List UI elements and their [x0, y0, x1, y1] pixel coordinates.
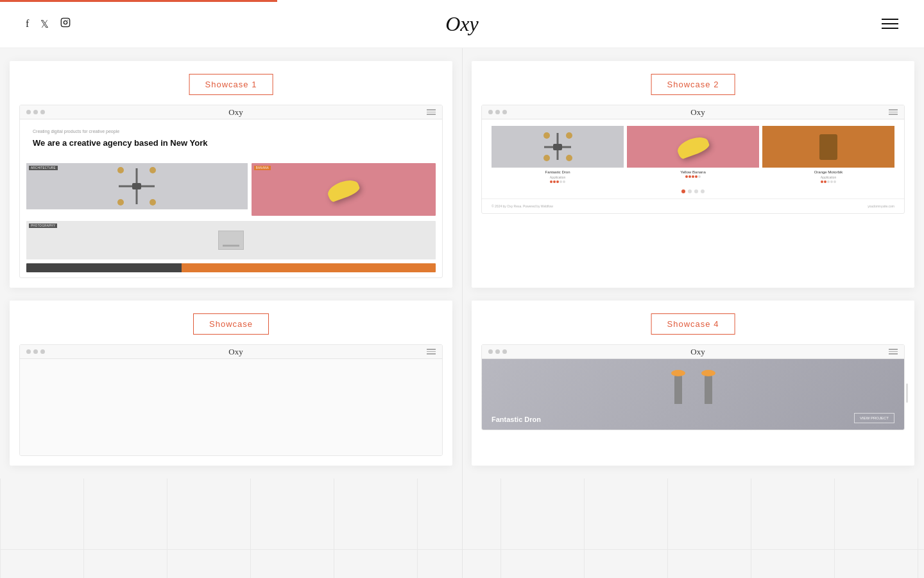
sc4-lamp-right — [705, 375, 712, 404]
star-b-3 — [692, 175, 694, 178]
sc1-banana-image — [252, 163, 436, 216]
browser-logo-2: Oxy — [690, 107, 705, 118]
browser-dot-10 — [488, 349, 493, 354]
sc2-drone-image — [492, 126, 624, 168]
browser-bar-1: Oxy — [20, 105, 442, 119]
browser-dot-7 — [26, 349, 31, 354]
svg-point-2 — [67, 20, 68, 21]
menu-line — [889, 349, 898, 350]
star-2 — [553, 180, 556, 183]
browser-menu-3 — [427, 349, 436, 355]
loading-bar — [0, 0, 277, 2]
page-dot-4[interactable] — [701, 189, 705, 193]
sc1-banana-box: BANANA — [252, 163, 436, 216]
sc2-banana-title: Yellow Banana — [627, 170, 759, 174]
browser-dot-4 — [488, 110, 493, 114]
sc1-headline: We are a creative agency based in New Yo… — [33, 137, 429, 149]
sc2-robot-img-container — [762, 126, 894, 168]
showcase-4-browser: Oxy Fantastic Dron VIEW PROJECT — [481, 344, 905, 430]
showcase-2-badge[interactable]: Showcase 2 — [651, 74, 735, 95]
drone-prop-tl — [117, 167, 124, 173]
sc1-two-col: ARCHITECTURE — [26, 163, 436, 216]
sc1-drone-box: ARCHITECTURE — [26, 163, 248, 209]
sc1-bottom-bar — [26, 263, 436, 272]
star-3 — [556, 180, 559, 183]
menu-line — [427, 112, 436, 113]
browser-dot-12 — [502, 349, 507, 354]
browser-dot-9 — [40, 349, 45, 354]
showcase-1-badge[interactable]: Showcase 1 — [189, 74, 273, 95]
sc2-robot-title: Orange Motorbik — [762, 170, 894, 174]
star-b-5 — [698, 175, 701, 178]
star-r-3 — [827, 180, 830, 183]
site-logo: Oxy — [445, 12, 479, 36]
sc2-robot-image — [762, 126, 894, 168]
menu-line — [427, 351, 436, 353]
sc2-footer-link: youdomnysite.com — [868, 204, 894, 208]
sc2-portfolio-item-drone: Fantastic Dron Application — [492, 126, 624, 183]
sc2-portfolio-item-robot: Orange Motorbik Application — [762, 126, 894, 183]
sc1-col-right: BANANA — [252, 163, 436, 216]
sc2-portfolio-grid: Fantastic Dron Application — [492, 126, 894, 183]
browser-bar-2: Oxy — [482, 105, 904, 119]
page-dot-2[interactable] — [688, 189, 692, 193]
sc4-lamp-shapes — [674, 375, 712, 414]
browser-dot-8 — [33, 349, 38, 354]
browser-logo-3: Oxy — [228, 347, 243, 357]
sc2-drone-stars — [492, 180, 624, 183]
showcase-3-browser: Oxy — [19, 344, 443, 456]
browser-logo-1: Oxy — [228, 107, 243, 118]
page-dot-1[interactable] — [681, 189, 685, 193]
browser-dot-2 — [33, 110, 38, 114]
sc2-robot-stars — [762, 180, 894, 183]
menu-line — [427, 109, 436, 110]
page-dot-3[interactable] — [694, 189, 698, 193]
drone-shape-1 — [117, 167, 156, 206]
sc2-footer: © 2024 by Oxy Resa. Powered by Webflow y… — [482, 198, 904, 213]
sc1-photography-label: PHOTOGRAPHY — [29, 223, 57, 228]
drone-prop-tl-2 — [543, 132, 550, 139]
hamburger-menu[interactable] — [882, 19, 898, 29]
menu-line — [889, 351, 898, 353]
sc1-page-content: Creating digital products for creative p… — [20, 119, 442, 163]
showcase-3-card: Showcase Oxy — [10, 301, 452, 466]
sc4-hero-image — [482, 359, 904, 430]
drone-prop-bl — [117, 199, 124, 206]
menu-line — [427, 114, 436, 115]
sc2-drone-title: Fantastic Dron — [492, 170, 624, 174]
sc2-banana-img-container — [627, 126, 759, 168]
banana-shape-2 — [675, 134, 711, 160]
menu-line — [889, 109, 898, 110]
sc4-hero-title: Fantastic Dron — [492, 416, 541, 423]
sc3-placeholder — [20, 359, 442, 455]
showcase-1-card: Showcase 1 Oxy Creating digital products… — [10, 61, 452, 288]
browser-logo-4: Oxy — [690, 347, 705, 357]
browser-dot-5 — [495, 110, 500, 114]
menu-line — [889, 353, 898, 355]
banana-shape-1 — [326, 177, 362, 203]
showcase-4-badge[interactable]: Showcase 4 — [651, 313, 735, 335]
star-r-1 — [821, 180, 823, 183]
menu-line — [427, 353, 436, 355]
sc1-subtitle: Creating digital products for creative p… — [33, 129, 429, 134]
sc2-drone-img — [492, 126, 624, 168]
social-links: f 𝕏 — [26, 17, 71, 30]
drone-prop-tr — [150, 167, 156, 173]
showcase-3-badge[interactable]: Showcase — [193, 313, 269, 335]
twitter-icon[interactable]: 𝕏 — [40, 18, 49, 30]
browser-dot-11 — [495, 349, 500, 354]
sc1-photo-box: PHOTOGRAPHY — [26, 221, 436, 259]
drone-prop-br — [150, 199, 156, 206]
browser-dots-3 — [26, 349, 45, 354]
drone-prop-bl-2 — [543, 155, 550, 161]
sc2-drone-sub: Application — [492, 175, 624, 179]
showcase-1-browser: Oxy Creating digital products for creati… — [19, 105, 443, 278]
star-1 — [550, 180, 552, 183]
sc4-view-project-button[interactable]: VIEW PROJECT — [854, 413, 894, 423]
facebook-icon[interactable]: f — [26, 18, 29, 30]
drone-center — [132, 183, 141, 189]
sc4-hero-section: Fantastic Dron VIEW PROJECT — [482, 359, 904, 430]
instagram-icon[interactable] — [60, 17, 71, 30]
sc1-banana-label: BANANA — [254, 166, 271, 170]
browser-dot-6 — [502, 110, 507, 114]
